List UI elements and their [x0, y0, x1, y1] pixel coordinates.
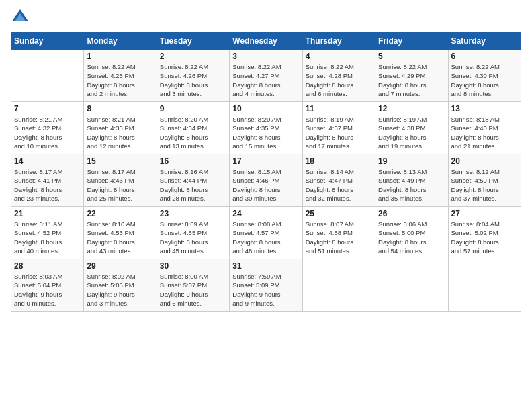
calendar-cell — [448, 259, 521, 312]
day-info: Sunrise: 8:19 AM Sunset: 4:37 PM Dayligh… — [306, 115, 372, 150]
day-number: 15 — [87, 156, 153, 166]
day-info: Sunrise: 8:17 AM Sunset: 4:41 PM Dayligh… — [14, 167, 81, 203]
calendar-cell: 6Sunrise: 8:22 AM Sunset: 4:30 PM Daylig… — [448, 50, 521, 102]
day-info: Sunrise: 8:18 AM Sunset: 4:40 PM Dayligh… — [451, 115, 518, 150]
calendar-day-header: Wednesday — [230, 33, 302, 50]
calendar-day-header: Thursday — [302, 33, 375, 50]
calendar-cell: 27Sunrise: 8:04 AM Sunset: 5:02 PM Dayli… — [448, 207, 521, 259]
calendar-cell: 4Sunrise: 8:22 AM Sunset: 4:28 PM Daylig… — [302, 50, 375, 102]
calendar-week-row: 28Sunrise: 8:03 AM Sunset: 5:04 PM Dayli… — [11, 259, 521, 312]
day-info: Sunrise: 8:15 AM Sunset: 4:46 PM Dayligh… — [232, 167, 299, 203]
day-info: Sunrise: 8:03 AM Sunset: 5:04 PM Dayligh… — [14, 272, 81, 308]
day-number: 9 — [160, 104, 226, 113]
day-info: Sunrise: 8:22 AM Sunset: 4:26 PM Dayligh… — [160, 62, 226, 98]
day-number: 20 — [451, 156, 518, 166]
day-info: Sunrise: 8:20 AM Sunset: 4:34 PM Dayligh… — [160, 115, 226, 150]
day-number: 26 — [378, 209, 445, 218]
day-number: 10 — [232, 104, 299, 113]
logo-icon — [11, 8, 30, 27]
day-info: Sunrise: 8:09 AM Sunset: 4:55 PM Dayligh… — [160, 220, 226, 255]
day-number: 29 — [87, 261, 153, 271]
day-info: Sunrise: 8:21 AM Sunset: 4:33 PM Dayligh… — [87, 115, 153, 150]
header — [11, 8, 521, 27]
calendar-cell: 14Sunrise: 8:17 AM Sunset: 4:41 PM Dayli… — [11, 154, 84, 207]
day-number: 27 — [451, 209, 518, 218]
day-number: 16 — [160, 156, 226, 166]
calendar-week-row: 1Sunrise: 8:22 AM Sunset: 4:25 PM Daylig… — [11, 50, 521, 102]
calendar-cell: 30Sunrise: 8:00 AM Sunset: 5:07 PM Dayli… — [157, 259, 229, 312]
calendar-cell: 24Sunrise: 8:08 AM Sunset: 4:57 PM Dayli… — [230, 207, 302, 259]
day-info: Sunrise: 8:22 AM Sunset: 4:30 PM Dayligh… — [451, 62, 518, 98]
day-info: Sunrise: 8:07 AM Sunset: 4:58 PM Dayligh… — [306, 220, 372, 255]
day-info: Sunrise: 8:16 AM Sunset: 4:44 PM Dayligh… — [160, 167, 226, 203]
day-info: Sunrise: 8:13 AM Sunset: 4:49 PM Dayligh… — [378, 167, 445, 203]
day-number: 18 — [306, 156, 372, 166]
day-info: Sunrise: 8:20 AM Sunset: 4:35 PM Dayligh… — [232, 115, 299, 150]
calendar-day-header: Tuesday — [157, 33, 229, 50]
calendar-cell: 7Sunrise: 8:21 AM Sunset: 4:32 PM Daylig… — [11, 102, 84, 154]
day-number: 24 — [232, 209, 299, 218]
day-number: 21 — [14, 209, 81, 218]
day-number: 31 — [232, 261, 299, 271]
day-number: 28 — [14, 261, 81, 271]
day-info: Sunrise: 8:22 AM Sunset: 4:28 PM Dayligh… — [306, 62, 372, 98]
calendar-cell: 26Sunrise: 8:06 AM Sunset: 5:00 PM Dayli… — [375, 207, 448, 259]
calendar-cell: 21Sunrise: 8:11 AM Sunset: 4:52 PM Dayli… — [11, 207, 84, 259]
day-number: 12 — [378, 104, 445, 113]
calendar-week-row: 7Sunrise: 8:21 AM Sunset: 4:32 PM Daylig… — [11, 102, 521, 154]
day-info: Sunrise: 8:06 AM Sunset: 5:00 PM Dayligh… — [378, 220, 445, 255]
calendar-day-header: Monday — [84, 33, 157, 50]
day-number: 23 — [160, 209, 226, 218]
calendar-cell: 11Sunrise: 8:19 AM Sunset: 4:37 PM Dayli… — [302, 102, 375, 154]
calendar-cell: 25Sunrise: 8:07 AM Sunset: 4:58 PM Dayli… — [302, 207, 375, 259]
day-number: 19 — [378, 156, 445, 166]
day-info: Sunrise: 8:22 AM Sunset: 4:29 PM Dayligh… — [378, 62, 445, 98]
logo — [11, 8, 32, 27]
calendar-cell: 8Sunrise: 8:21 AM Sunset: 4:33 PM Daylig… — [84, 102, 157, 154]
day-info: Sunrise: 8:14 AM Sunset: 4:47 PM Dayligh… — [306, 167, 372, 203]
day-number: 11 — [306, 104, 372, 113]
day-number: 7 — [14, 104, 81, 113]
calendar-cell: 29Sunrise: 8:02 AM Sunset: 5:05 PM Dayli… — [84, 259, 157, 312]
day-number: 22 — [87, 209, 153, 218]
day-info: Sunrise: 8:04 AM Sunset: 5:02 PM Dayligh… — [451, 220, 518, 255]
day-number: 2 — [160, 52, 226, 61]
day-number: 3 — [232, 52, 299, 61]
calendar-cell: 5Sunrise: 8:22 AM Sunset: 4:29 PM Daylig… — [375, 50, 448, 102]
page-container: SundayMondayTuesdayWednesdayThursdayFrid… — [0, 0, 532, 317]
day-number: 5 — [378, 52, 445, 61]
calendar-week-row: 21Sunrise: 8:11 AM Sunset: 4:52 PM Dayli… — [11, 207, 521, 259]
calendar-cell: 12Sunrise: 8:19 AM Sunset: 4:38 PM Dayli… — [375, 102, 448, 154]
day-info: Sunrise: 8:21 AM Sunset: 4:32 PM Dayligh… — [14, 115, 81, 150]
calendar-day-header: Friday — [375, 33, 448, 50]
calendar-cell — [375, 259, 448, 312]
calendar-cell: 18Sunrise: 8:14 AM Sunset: 4:47 PM Dayli… — [302, 154, 375, 207]
calendar-cell: 15Sunrise: 8:17 AM Sunset: 4:43 PM Dayli… — [84, 154, 157, 207]
calendar-cell: 23Sunrise: 8:09 AM Sunset: 4:55 PM Dayli… — [157, 207, 229, 259]
calendar-cell: 17Sunrise: 8:15 AM Sunset: 4:46 PM Dayli… — [230, 154, 302, 207]
day-info: Sunrise: 8:10 AM Sunset: 4:53 PM Dayligh… — [87, 220, 153, 255]
calendar-cell: 28Sunrise: 8:03 AM Sunset: 5:04 PM Dayli… — [11, 259, 84, 312]
calendar-cell: 19Sunrise: 8:13 AM Sunset: 4:49 PM Dayli… — [375, 154, 448, 207]
day-info: Sunrise: 8:00 AM Sunset: 5:07 PM Dayligh… — [160, 272, 226, 308]
calendar-cell: 31Sunrise: 7:59 AM Sunset: 5:09 PM Dayli… — [230, 259, 302, 312]
day-number: 1 — [87, 52, 153, 61]
day-number: 8 — [87, 104, 153, 113]
calendar-header-row: SundayMondayTuesdayWednesdayThursdayFrid… — [11, 33, 521, 50]
day-info: Sunrise: 8:19 AM Sunset: 4:38 PM Dayligh… — [378, 115, 445, 150]
calendar-cell: 16Sunrise: 8:16 AM Sunset: 4:44 PM Dayli… — [157, 154, 229, 207]
calendar-week-row: 14Sunrise: 8:17 AM Sunset: 4:41 PM Dayli… — [11, 154, 521, 207]
calendar-cell: 10Sunrise: 8:20 AM Sunset: 4:35 PM Dayli… — [230, 102, 302, 154]
day-info: Sunrise: 8:22 AM Sunset: 4:27 PM Dayligh… — [232, 62, 299, 98]
day-info: Sunrise: 7:59 AM Sunset: 5:09 PM Dayligh… — [232, 272, 299, 308]
day-info: Sunrise: 8:12 AM Sunset: 4:50 PM Dayligh… — [451, 167, 518, 203]
day-number: 6 — [451, 52, 518, 61]
day-number: 4 — [306, 52, 372, 61]
day-info: Sunrise: 8:22 AM Sunset: 4:25 PM Dayligh… — [87, 62, 153, 98]
calendar-cell: 9Sunrise: 8:20 AM Sunset: 4:34 PM Daylig… — [157, 102, 229, 154]
day-info: Sunrise: 8:11 AM Sunset: 4:52 PM Dayligh… — [14, 220, 81, 255]
calendar-cell — [302, 259, 375, 312]
calendar-cell: 20Sunrise: 8:12 AM Sunset: 4:50 PM Dayli… — [448, 154, 521, 207]
day-info: Sunrise: 8:08 AM Sunset: 4:57 PM Dayligh… — [232, 220, 299, 255]
day-number: 14 — [14, 156, 81, 166]
